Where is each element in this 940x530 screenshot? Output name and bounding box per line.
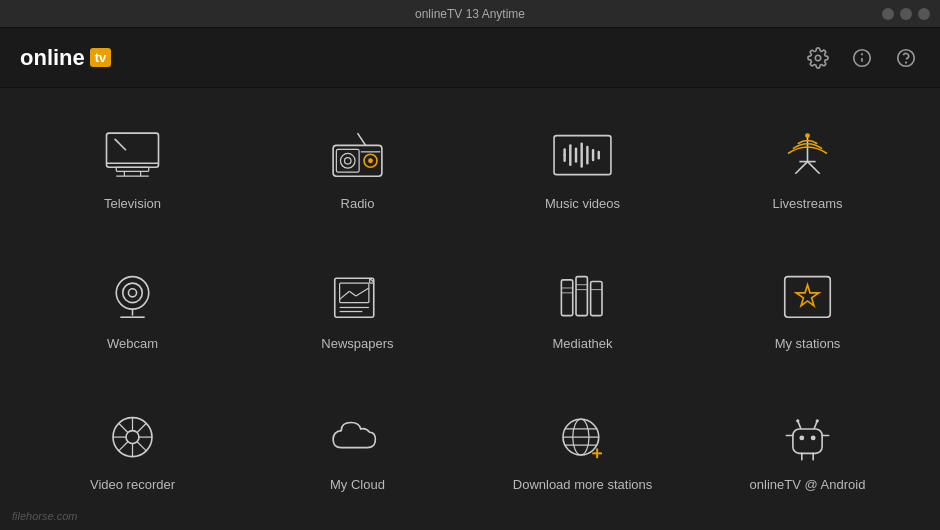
livestreams-icon xyxy=(773,126,843,186)
svg-rect-14 xyxy=(336,150,359,173)
info-icon[interactable] xyxy=(848,44,876,72)
svg-point-18 xyxy=(368,159,373,164)
svg-line-68 xyxy=(137,423,146,432)
video-recorder-label: Video recorder xyxy=(90,477,175,492)
svg-marker-59 xyxy=(796,285,819,306)
webcam-label: Webcam xyxy=(107,336,158,351)
svg-point-61 xyxy=(126,430,139,443)
grid: Television xyxy=(20,98,920,520)
webcam-icon xyxy=(98,266,168,326)
svg-line-67 xyxy=(137,442,146,451)
radio-label: Radio xyxy=(341,196,375,211)
maximize-btn[interactable] xyxy=(900,8,912,20)
svg-point-16 xyxy=(345,158,352,165)
radio-icon xyxy=(323,126,393,186)
svg-line-69 xyxy=(119,442,128,451)
android-icon xyxy=(773,407,843,467)
grid-item-video-recorder[interactable]: Video recorder xyxy=(20,379,245,520)
svg-point-79 xyxy=(811,435,816,440)
header-icons xyxy=(804,44,920,72)
svg-rect-51 xyxy=(576,277,587,316)
grid-item-television[interactable]: Television xyxy=(20,98,245,239)
svg-rect-50 xyxy=(561,280,572,316)
title-bar-text: onlineTV 13 Anytime xyxy=(415,7,525,21)
svg-point-15 xyxy=(340,154,355,169)
logo-tv-badge: tv xyxy=(90,48,112,67)
television-label: Television xyxy=(104,196,161,211)
svg-line-12 xyxy=(115,139,126,150)
svg-line-44 xyxy=(356,288,369,296)
minimize-btn[interactable] xyxy=(882,8,894,20)
video-recorder-icon xyxy=(98,407,168,467)
my-cloud-label: My Cloud xyxy=(330,477,385,492)
newspapers-icon xyxy=(323,266,393,326)
help-icon[interactable] xyxy=(892,44,920,72)
svg-line-43 xyxy=(349,291,356,296)
svg-point-83 xyxy=(816,419,819,422)
grid-item-mediathek[interactable]: Mediathek xyxy=(470,239,695,380)
mediathek-label: Mediathek xyxy=(553,336,613,351)
svg-line-19 xyxy=(358,133,366,145)
svg-point-4 xyxy=(898,49,915,66)
svg-point-37 xyxy=(128,289,136,297)
svg-rect-52 xyxy=(591,281,602,315)
title-bar: onlineTV 13 Anytime xyxy=(0,0,940,28)
main-content: Television xyxy=(0,88,940,530)
svg-line-42 xyxy=(340,291,350,299)
download-more-icon xyxy=(548,407,618,467)
close-btn[interactable] xyxy=(918,8,930,20)
svg-rect-77 xyxy=(793,429,822,453)
television-icon xyxy=(98,126,168,186)
android-label: onlineTV @ Android xyxy=(750,477,866,492)
livestreams-label: Livestreams xyxy=(772,196,842,211)
logo: online tv xyxy=(20,45,111,71)
svg-point-0 xyxy=(815,55,821,61)
grid-item-radio[interactable]: Radio xyxy=(245,98,470,239)
svg-line-32 xyxy=(795,162,807,174)
music-videos-label: Music videos xyxy=(545,196,620,211)
svg-point-36 xyxy=(123,283,143,303)
svg-line-66 xyxy=(119,423,128,432)
grid-item-newspapers[interactable]: Newspapers xyxy=(245,239,470,380)
download-more-label: Download more stations xyxy=(513,477,652,492)
mediathek-icon xyxy=(548,266,618,326)
music-videos-icon xyxy=(548,126,618,186)
grid-item-download-more[interactable]: Download more stations xyxy=(470,379,695,520)
svg-point-78 xyxy=(799,435,804,440)
svg-rect-41 xyxy=(340,283,369,303)
svg-line-33 xyxy=(808,162,820,174)
grid-item-my-stations[interactable]: My stations xyxy=(695,239,920,380)
window-controls xyxy=(882,8,930,20)
grid-item-music-videos[interactable]: Music videos xyxy=(470,98,695,239)
grid-item-my-cloud[interactable]: My Cloud xyxy=(245,379,470,520)
header: online tv xyxy=(0,28,940,88)
grid-item-livestreams[interactable]: Livestreams xyxy=(695,98,920,239)
svg-point-34 xyxy=(805,133,810,138)
svg-rect-6 xyxy=(107,133,159,167)
svg-point-81 xyxy=(796,419,799,422)
newspapers-label: Newspapers xyxy=(321,336,393,351)
my-stations-label: My stations xyxy=(775,336,841,351)
svg-rect-8 xyxy=(116,168,149,172)
my-stations-icon xyxy=(773,266,843,326)
logo-online-text: online xyxy=(20,45,85,71)
grid-item-webcam[interactable]: Webcam xyxy=(20,239,245,380)
grid-item-android[interactable]: onlineTV @ Android xyxy=(695,379,920,520)
watermark: filehorse.com xyxy=(12,510,77,522)
svg-point-35 xyxy=(116,277,149,310)
my-cloud-icon xyxy=(323,407,393,467)
settings-icon[interactable] xyxy=(804,44,832,72)
